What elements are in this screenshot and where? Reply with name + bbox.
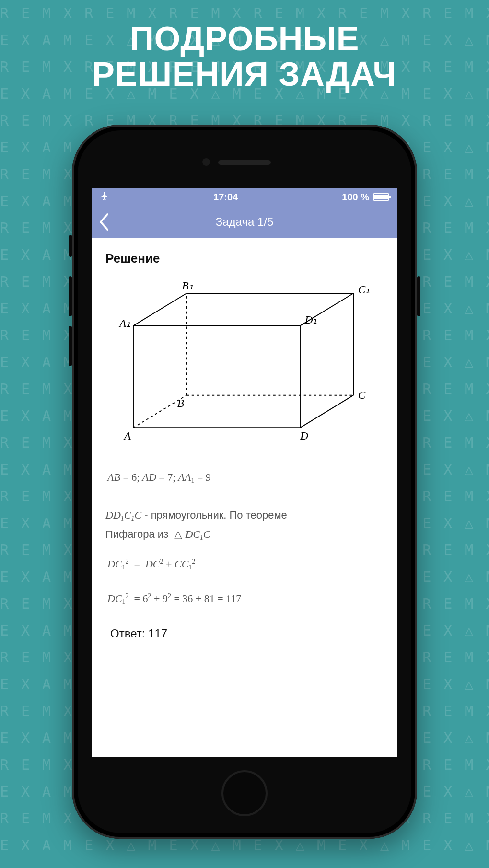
promo-headline: ПОДРОБНЫЕ РЕШЕНИЯ ЗАДАЧ (0, 22, 489, 92)
given-values: AB = 6; AD = 7; AA1 = 9 (107, 471, 384, 485)
app-screen: 17:04 100 % Задача 1/5 Решение (92, 188, 397, 757)
label-A: A (123, 429, 131, 442)
svg-line-4 (133, 293, 186, 326)
label-B1: B₁ (182, 279, 193, 292)
label-D1: D₁ (304, 313, 317, 326)
phone-bezel: 17:04 100 % Задача 1/5 Решение (78, 130, 411, 833)
battery-percent: 100 % (342, 192, 369, 203)
solution-content[interactable]: Решение (92, 238, 397, 650)
promo-line1: ПОДРОБНЫЕ (129, 20, 359, 58)
front-camera (202, 158, 210, 166)
nav-title: Задача 1/5 (216, 215, 274, 229)
earpiece-speaker (218, 160, 271, 165)
label-D: D (300, 429, 308, 442)
answer-label: Ответ: (110, 627, 145, 640)
power-button (417, 276, 420, 316)
answer-value: 117 (148, 627, 167, 640)
battery-icon (373, 193, 389, 201)
section-title: Решение (105, 251, 384, 266)
back-button[interactable] (98, 212, 109, 231)
home-button[interactable] (221, 770, 268, 816)
label-B: B (177, 397, 184, 409)
label-C: C (358, 389, 366, 401)
volume-up-button (69, 276, 72, 316)
svg-line-8 (300, 395, 353, 428)
status-time: 17:04 (213, 192, 238, 203)
explanation-text: DD1C1C - прямоугольник. По теореме Пифаг… (105, 506, 384, 544)
geometry-figure: A D C B A₁ B₁ C₁ D₁ (105, 277, 384, 449)
volume-down-button (69, 326, 72, 366)
label-C1: C₁ (358, 283, 370, 296)
nav-bar: Задача 1/5 (92, 206, 397, 238)
answer-line: Ответ: 117 (105, 627, 384, 640)
promo-line2: РЕШЕНИЯ ЗАДАЧ (92, 56, 396, 93)
equation-1: DC12 = DC2 + CC12 (107, 558, 384, 571)
equation-2: DC12 = 62 + 92 = 36 + 81 = 117 (107, 592, 384, 606)
mute-switch (69, 235, 72, 257)
phone-frame: 17:04 100 % Задача 1/5 Решение (72, 125, 417, 839)
label-A1: A₁ (118, 317, 130, 329)
status-bar: 17:04 100 % (92, 188, 397, 206)
airplane-icon (100, 191, 109, 203)
